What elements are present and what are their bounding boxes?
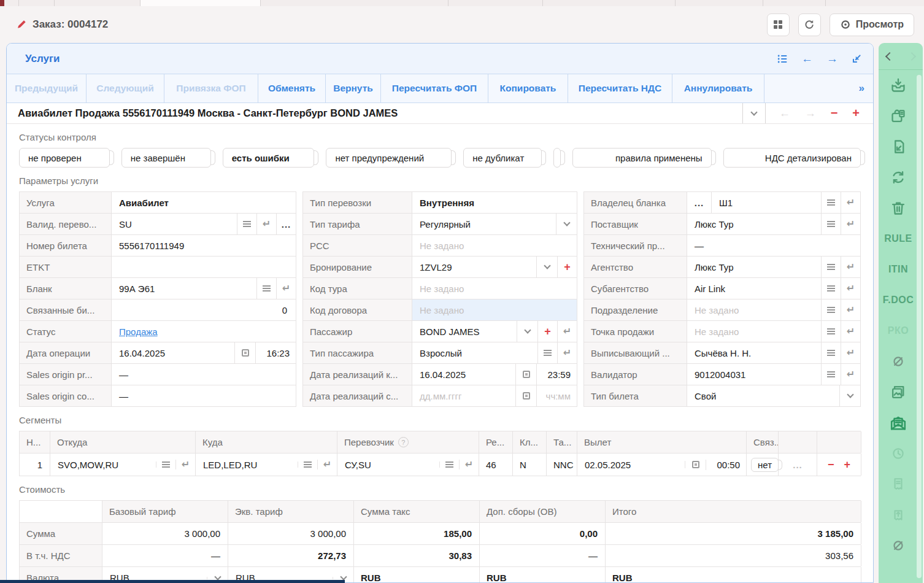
status-badge-rules-applied[interactable]: правила применены bbox=[572, 148, 711, 168]
supplier-field[interactable]: Люкс Тур bbox=[687, 214, 821, 234]
sales-origin-co-field[interactable]: — bbox=[112, 385, 296, 406]
passenger-type-field[interactable]: Взрослый bbox=[412, 342, 537, 363]
return-icon[interactable]: ↵ bbox=[459, 460, 479, 469]
valid-carrier-field[interactable]: SU bbox=[112, 214, 237, 234]
pko-button[interactable]: РКО bbox=[879, 315, 918, 346]
sync-button[interactable] bbox=[879, 162, 918, 193]
return-icon[interactable]: ↵ bbox=[841, 192, 860, 213]
segment-from-field[interactable]: SVO,MOW,RU bbox=[50, 460, 156, 470]
status-link[interactable]: Продажа bbox=[119, 326, 158, 337]
calendar-icon[interactable] bbox=[234, 342, 255, 363]
toolbar-recalc-fop-button[interactable]: Пересчитать ФОП bbox=[381, 74, 488, 102]
toolbar-return-button[interactable]: Вернуть bbox=[326, 74, 381, 102]
toolbar-exchange-button[interactable]: Обменять bbox=[258, 74, 326, 102]
contract-code-field[interactable]: Не задано bbox=[412, 299, 577, 320]
validator-field[interactable]: 9012004031 bbox=[687, 364, 821, 385]
return-icon[interactable]: ↵ bbox=[557, 321, 577, 342]
base-fare-vat[interactable]: — bbox=[102, 545, 228, 566]
properties-list-icon[interactable] bbox=[777, 53, 788, 64]
toolbar-previous-button[interactable]: Предыдущий bbox=[7, 74, 87, 102]
itin-button[interactable]: ITIN bbox=[879, 254, 918, 285]
fees-vat[interactable]: — bbox=[480, 545, 606, 566]
refresh-button[interactable] bbox=[798, 14, 821, 36]
list-picker-icon[interactable] bbox=[821, 278, 841, 299]
export-document-button[interactable] bbox=[879, 131, 918, 162]
linked-badge[interactable]: нет bbox=[751, 458, 779, 472]
taxes-vat[interactable]: 30,83 bbox=[354, 545, 480, 566]
return-icon[interactable]: ↵ bbox=[841, 299, 860, 320]
fare-type-field[interactable]: Регулярный bbox=[412, 214, 556, 234]
departure-time-field[interactable]: 00:50 bbox=[706, 460, 746, 470]
grid-menu-button[interactable] bbox=[767, 14, 790, 36]
collapse-right-icon[interactable] bbox=[907, 52, 916, 60]
delete-button[interactable] bbox=[879, 193, 918, 223]
toolbar-next-button[interactable]: Следующий bbox=[87, 74, 164, 102]
chevron-down-icon[interactable] bbox=[556, 214, 577, 234]
chevron-down-icon[interactable] bbox=[536, 257, 557, 277]
transport-type-field[interactable]: Внутренняя bbox=[412, 192, 577, 213]
segment-more-button[interactable]: ... bbox=[779, 454, 817, 476]
chevron-down-icon[interactable] bbox=[517, 321, 537, 342]
return-icon[interactable]: ↵ bbox=[276, 278, 296, 299]
list-picker-icon[interactable] bbox=[821, 299, 841, 320]
operation-time-field[interactable]: 16:23 bbox=[255, 342, 296, 363]
toolbar-annul-button[interactable]: Аннулировать bbox=[672, 74, 764, 102]
status-badge-not-duplicate[interactable]: не дубликат bbox=[463, 148, 542, 168]
void-button-1[interactable] bbox=[879, 346, 918, 377]
dock-download-icon[interactable] bbox=[852, 53, 862, 64]
list-picker-icon[interactable] bbox=[821, 364, 841, 385]
toolbar-copy-button[interactable]: Копировать bbox=[488, 74, 568, 102]
status-badge-not-checked[interactable]: не проверен bbox=[19, 148, 110, 168]
return-icon[interactable]: ↵ bbox=[317, 460, 337, 469]
booking-field[interactable]: 1ZVL29 bbox=[412, 257, 536, 277]
linked-tickets-field[interactable]: 0 bbox=[112, 299, 296, 320]
return-icon[interactable]: ↵ bbox=[841, 321, 860, 342]
taxes-sum-value[interactable]: 185,00 bbox=[354, 523, 480, 544]
record-next-icon[interactable]: → bbox=[805, 107, 816, 120]
return-icon[interactable]: ↵ bbox=[175, 460, 195, 469]
passenger-field[interactable]: BOND JAMES bbox=[412, 321, 517, 342]
return-icon[interactable]: ↵ bbox=[557, 342, 577, 363]
archive-document-button[interactable] bbox=[879, 101, 918, 131]
calendar-icon[interactable] bbox=[515, 364, 536, 385]
fdoc-button[interactable]: F.DOC bbox=[879, 285, 918, 315]
calendar-icon[interactable] bbox=[515, 385, 536, 406]
save-download-button[interactable] bbox=[879, 70, 918, 101]
list-picker-icon[interactable] bbox=[537, 342, 557, 363]
more-icon[interactable]: ... bbox=[687, 192, 712, 213]
panel-forward-icon[interactable]: → bbox=[826, 52, 838, 66]
status-badge-not-finished[interactable]: не завершён bbox=[121, 148, 211, 168]
return-icon[interactable]: ↵ bbox=[841, 257, 860, 277]
return-icon[interactable]: ↵ bbox=[256, 214, 276, 234]
chevron-down-icon[interactable] bbox=[839, 385, 860, 406]
more-icon[interactable]: ... bbox=[276, 214, 296, 234]
list-picker-icon[interactable] bbox=[298, 461, 317, 468]
toolbar-overflow-icon[interactable]: » bbox=[859, 82, 864, 95]
equiv-fare-value[interactable]: 3 000,00 bbox=[228, 523, 354, 544]
rule-button[interactable]: RULE bbox=[879, 223, 918, 254]
record-add-button[interactable]: + bbox=[852, 106, 860, 120]
list-picker-icon[interactable] bbox=[156, 461, 175, 468]
equiv-fare-vat[interactable]: 272,73 bbox=[228, 545, 354, 566]
list-picker-icon[interactable] bbox=[821, 321, 841, 342]
collapse-left-icon[interactable] bbox=[885, 52, 894, 60]
blank-owner-field[interactable]: Ш1 bbox=[712, 192, 821, 213]
void-button-2[interactable] bbox=[879, 530, 918, 561]
segment-class-field[interactable]: N bbox=[513, 454, 547, 476]
technical-provider-field[interactable]: — bbox=[687, 235, 860, 256]
record-remove-button[interactable]: − bbox=[831, 106, 838, 120]
send-mail-button[interactable] bbox=[879, 407, 918, 438]
ticket-number-field[interactable]: 5556170111949 bbox=[112, 235, 296, 256]
list-picker-icon[interactable] bbox=[821, 214, 841, 234]
list-picker-icon[interactable] bbox=[821, 192, 841, 213]
extra-fees-value[interactable]: 0,00 bbox=[480, 523, 606, 544]
status-badge-has-errors[interactable]: есть ошибки bbox=[223, 148, 315, 168]
status-badge-no-warnings[interactable]: нет предупреждений bbox=[326, 148, 452, 168]
realization-date-from-field[interactable]: дд.мм.гггг bbox=[412, 385, 515, 406]
return-icon[interactable]: ↵ bbox=[841, 278, 860, 299]
record-prev-icon[interactable]: ← bbox=[779, 107, 790, 120]
remove-segment-button[interactable]: − bbox=[828, 458, 834, 471]
receipt-button[interactable] bbox=[879, 469, 918, 500]
base-fare-value[interactable]: 3 000,00 bbox=[102, 523, 228, 544]
add-icon[interactable]: + bbox=[537, 321, 557, 342]
